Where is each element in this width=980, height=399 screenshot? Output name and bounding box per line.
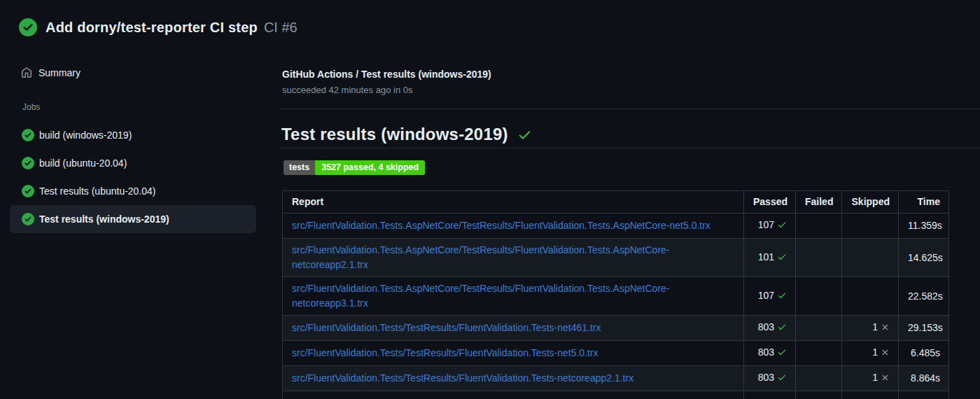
report-link[interactable]: src/FluentValidation.Tests/TestResults/F… (292, 347, 598, 358)
report-link[interactable]: src/FluentValidation.Tests/TestResults/F… (292, 372, 634, 384)
table-row: src/FluentValidation.Tests/TestResults/F… (283, 341, 949, 366)
jobs-section-label: Jobs (22, 102, 266, 112)
check-circle-icon (19, 18, 37, 36)
job-list: build (windows-2019) build (ubuntu-20.04… (0, 121, 266, 233)
table-row: src/FluentValidation.Tests/TestResults/F… (283, 391, 949, 399)
job-label: build (ubuntu-20.04) (39, 158, 127, 169)
home-icon (21, 67, 32, 78)
run-number: CI #6 (264, 20, 298, 36)
sidebar-item-job[interactable]: Test results (ubuntu-20.04) (10, 177, 256, 205)
check-icon (777, 346, 787, 361)
test-results-table: Report Passed Failed Skipped Time src/Fl… (282, 190, 949, 399)
check-run-title: GitHub Actions / Test results (windows-2… (282, 67, 491, 81)
time-cell: 14.625s (899, 239, 949, 277)
failed-cell (796, 316, 842, 341)
check-circle-icon (22, 185, 34, 197)
summary-label: Summary (38, 67, 80, 78)
time-cell: 8.864s (899, 366, 949, 391)
passed-cell: 107 (744, 277, 796, 316)
skipped-cell (842, 239, 899, 277)
sidebar-item-job[interactable]: build (windows-2019) (10, 121, 256, 149)
passed-cell: 803 (744, 391, 796, 399)
badge-label: tests (284, 160, 315, 175)
time-cell: 7.503s (899, 391, 949, 399)
report-link[interactable]: src/FluentValidation.Tests.AspNetCore/Te… (292, 283, 670, 309)
tests-badge: tests 3527 passed, 4 skipped (284, 160, 425, 175)
section-heading: Test results (windows-2019) (281, 124, 532, 145)
check-icon (777, 321, 787, 336)
skipped-cell: 1 (842, 366, 899, 391)
check-icon (777, 372, 787, 386)
passed-cell: 803 (744, 316, 796, 341)
passed-cell: 803 (744, 341, 796, 366)
passed-cell: 107 (744, 214, 796, 239)
x-icon (881, 372, 890, 386)
column-header-report: Report (283, 191, 744, 214)
table-row: src/FluentValidation.Tests/TestResults/F… (283, 366, 949, 391)
failed-cell (796, 214, 842, 239)
failed-cell (796, 391, 842, 399)
page-title: Add dorny/test-reporter CI step (46, 20, 258, 36)
column-header-failed: Failed (796, 191, 842, 214)
x-icon (881, 346, 890, 361)
table-row: src/FluentValidation.Tests.AspNetCore/Te… (283, 239, 949, 277)
skipped-cell (842, 277, 899, 316)
table-header-row: Report Passed Failed Skipped Time (283, 191, 949, 214)
skipped-cell: 1 (842, 341, 899, 366)
time-cell: 6.485s (899, 341, 949, 366)
table-row: src/FluentValidation.Tests.AspNetCore/Te… (283, 214, 949, 239)
sidebar-item-summary[interactable]: Summary (0, 62, 266, 84)
check-icon (517, 127, 532, 142)
column-header-time: Time (899, 191, 949, 214)
sidebar-item-job[interactable]: Test results (windows-2019) (10, 205, 256, 233)
table-row: src/FluentValidation.Tests.AspNetCore/Te… (283, 277, 949, 316)
check-circle-icon (22, 157, 34, 169)
divider (280, 108, 980, 109)
passed-cell: 803 (744, 366, 796, 391)
column-header-skipped: Skipped (842, 191, 899, 214)
failed-cell (796, 341, 842, 366)
check-run-header: GitHub Actions / Test results (windows-2… (282, 67, 491, 95)
job-label: Test results (windows-2019) (39, 214, 169, 225)
time-cell: 29.153s (899, 316, 949, 341)
skipped-cell: 1 (842, 391, 899, 399)
failed-cell (796, 277, 842, 316)
skipped-cell: 1 (842, 316, 899, 341)
check-icon (777, 251, 787, 266)
passed-cell: 101 (744, 239, 796, 277)
report-link[interactable]: src/FluentValidation.Tests.AspNetCore/Te… (292, 244, 670, 270)
badge-value: 3527 passed, 4 skipped (315, 160, 425, 175)
run-header: Add dorny/test-reporter CI step CI #6 (19, 18, 298, 36)
job-label: Test results (ubuntu-20.04) (39, 186, 156, 197)
job-label: build (windows-2019) (39, 130, 132, 141)
column-header-passed: Passed (744, 191, 796, 214)
skipped-cell (842, 214, 899, 239)
check-run-status: succeeded 42 minutes ago in 0s (282, 85, 491, 95)
section-title: Test results (windows-2019) (281, 124, 508, 145)
report-link[interactable]: src/FluentValidation.Tests.AspNetCore/Te… (292, 220, 710, 231)
report-link[interactable]: src/FluentValidation.Tests/TestResults/F… (292, 322, 601, 333)
check-circle-icon (22, 213, 34, 225)
failed-cell (796, 239, 842, 277)
sidebar: Summary Jobs build (windows-2019) bui (0, 62, 266, 233)
time-cell: 11.359s (899, 214, 949, 239)
check-icon (777, 219, 787, 234)
time-cell: 22.582s (899, 277, 949, 316)
sidebar-item-job[interactable]: build (ubuntu-20.04) (10, 149, 256, 177)
x-icon (881, 321, 890, 336)
check-circle-icon (22, 129, 34, 141)
check-icon (777, 290, 787, 304)
table-row: src/FluentValidation.Tests/TestResults/F… (283, 316, 949, 341)
failed-cell (796, 366, 842, 391)
divider (280, 148, 980, 148)
